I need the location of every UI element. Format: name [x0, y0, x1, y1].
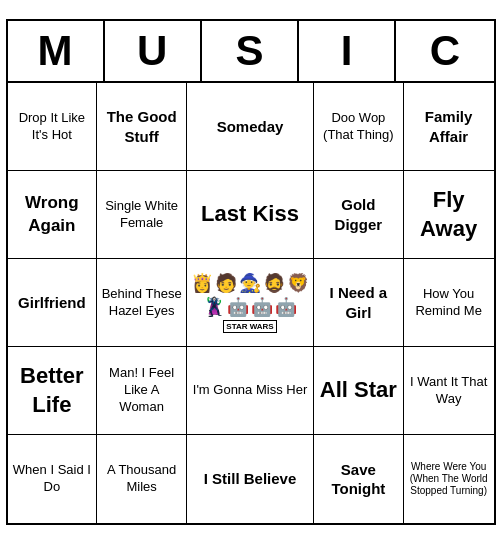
cell-r1c1[interactable]: Drop It Like It's Hot	[8, 83, 98, 171]
cell-r5c3[interactable]: I Still Believe	[187, 435, 314, 523]
cell-r5c1[interactable]: When I Said I Do	[8, 435, 98, 523]
cell-r3c1[interactable]: Girlfriend	[8, 259, 98, 347]
cell-r3c4[interactable]: I Need a Girl	[314, 259, 404, 347]
cell-r2c5[interactable]: Fly Away	[404, 171, 494, 259]
header-c: C	[396, 21, 493, 81]
cell-r1c5[interactable]: Family Affair	[404, 83, 494, 171]
bingo-grid: Drop It Like It's Hot The Good Stuff Som…	[8, 83, 494, 523]
cell-r1c2[interactable]: The Good Stuff	[97, 83, 187, 171]
cell-r3c3-starwars[interactable]: 👸 🧑 🧙 🧔 🦁 🦹 🤖 🤖 🤖 STAR WARS	[187, 259, 314, 347]
cell-r5c5[interactable]: Where Were You (When The World Stopped T…	[404, 435, 494, 523]
cell-r5c4[interactable]: Save Tonight	[314, 435, 404, 523]
cell-r4c2[interactable]: Man! I Feel Like A Woman	[97, 347, 187, 435]
cell-r4c1[interactable]: Better Life	[8, 347, 98, 435]
bingo-card: M U S I C Drop It Like It's Hot The Good…	[6, 19, 496, 525]
starwars-image: 👸 🧑 🧙 🧔 🦁 🦹 🤖 🤖 🤖 STAR WARS	[191, 272, 309, 333]
starwars-figures: 👸 🧑 🧙 🧔 🦁	[191, 272, 309, 294]
cell-r4c3[interactable]: I'm Gonna Miss Her	[187, 347, 314, 435]
starwars-figures-2: 🦹 🤖 🤖 🤖	[203, 296, 297, 318]
header-s: S	[202, 21, 299, 81]
starwars-logo: STAR WARS	[223, 320, 276, 333]
cell-r1c3[interactable]: Someday	[187, 83, 314, 171]
cell-r3c2[interactable]: Behind These Hazel Eyes	[97, 259, 187, 347]
cell-r2c2[interactable]: Single White Female	[97, 171, 187, 259]
cell-r2c1[interactable]: Wrong Again	[8, 171, 98, 259]
cell-r3c5[interactable]: How You Remind Me	[404, 259, 494, 347]
bingo-header: M U S I C	[8, 21, 494, 83]
cell-r1c4[interactable]: Doo Wop (That Thing)	[314, 83, 404, 171]
cell-r2c4[interactable]: Gold Digger	[314, 171, 404, 259]
cell-r4c4[interactable]: All Star	[314, 347, 404, 435]
cell-r2c3[interactable]: Last Kiss	[187, 171, 314, 259]
header-i: I	[299, 21, 396, 81]
header-u: U	[105, 21, 202, 81]
cell-r5c2[interactable]: A Thousand Miles	[97, 435, 187, 523]
header-m: M	[8, 21, 105, 81]
cell-r4c5[interactable]: I Want It That Way	[404, 347, 494, 435]
